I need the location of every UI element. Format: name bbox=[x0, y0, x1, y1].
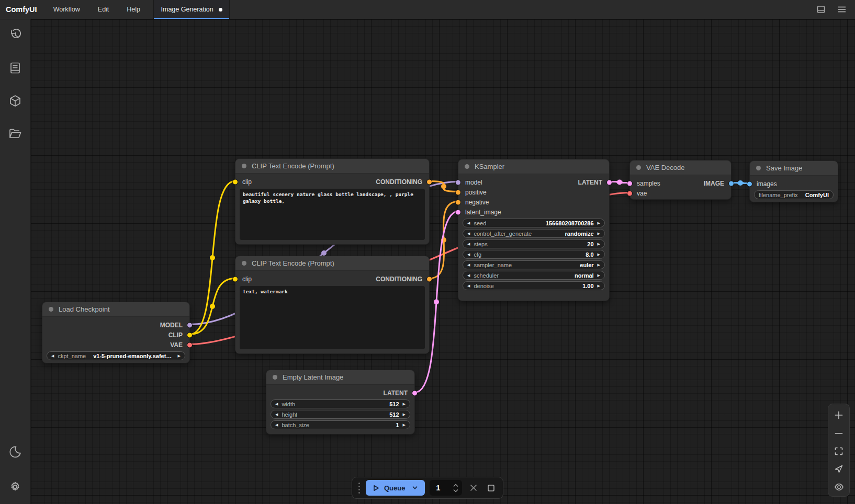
node-header[interactable]: CLIP Text Encode (Prompt) bbox=[235, 159, 429, 174]
node-header[interactable]: VAE Decode bbox=[630, 161, 731, 175]
node-header[interactable]: CLIP Text Encode (Prompt) bbox=[235, 256, 429, 271]
input-slot-positive[interactable] bbox=[456, 190, 460, 194]
widget-scheduler[interactable]: ◀schedulernormal▶ bbox=[463, 271, 605, 280]
tab-image-generation[interactable]: Image Generation bbox=[153, 0, 230, 19]
node-header[interactable]: KSampler bbox=[458, 159, 609, 174]
widget-width[interactable]: ◀width512▶ bbox=[271, 399, 410, 408]
node-save[interactable]: Save Imageimagesfilename_prefixComfyUI bbox=[749, 161, 838, 202]
widget-increment-icon[interactable]: ▶ bbox=[403, 402, 406, 406]
collapse-dot-icon[interactable] bbox=[756, 166, 761, 170]
toggle-link-visibility-icon[interactable] bbox=[830, 478, 848, 496]
collapse-dot-icon[interactable] bbox=[636, 165, 641, 170]
widget-ckpt_name[interactable]: ◀ckpt_namev1-5-pruned-emaonly.safete...▶ bbox=[47, 351, 185, 360]
node-clip1[interactable]: CLIP Text Encode (Prompt)clipCONDITIONIN… bbox=[235, 158, 430, 245]
output-slot-CLIP[interactable] bbox=[187, 333, 192, 337]
menu-workflow[interactable]: Workflow bbox=[44, 0, 89, 19]
node-clip2[interactable]: CLIP Text Encode (Prompt)clipCONDITIONIN… bbox=[235, 256, 430, 354]
node-header[interactable]: Empty Latent Image bbox=[266, 370, 414, 385]
node-canvas[interactable] bbox=[31, 19, 855, 504]
stop-icon[interactable] bbox=[485, 481, 498, 495]
widget-decrement-icon[interactable]: ◀ bbox=[275, 423, 278, 427]
output-slot-LATENT[interactable] bbox=[412, 391, 417, 395]
input-slot-latent_image[interactable] bbox=[456, 210, 460, 214]
menu-icon[interactable] bbox=[836, 4, 848, 15]
widget-increment-icon[interactable]: ▶ bbox=[598, 263, 600, 267]
input-slot-clip[interactable] bbox=[233, 277, 238, 281]
zoom-in-icon[interactable] bbox=[830, 406, 848, 424]
zoom-out-icon[interactable] bbox=[830, 424, 848, 442]
node-ksampler[interactable]: KSamplermodelLATENTpositivenegativelaten… bbox=[458, 159, 610, 301]
widget-decrement-icon[interactable]: ◀ bbox=[51, 354, 54, 358]
history-icon[interactable] bbox=[4, 25, 26, 45]
widget-cfg[interactable]: ◀cfg8.0▶ bbox=[463, 250, 605, 259]
widget-decrement-icon[interactable]: ◀ bbox=[467, 284, 470, 288]
node-library-icon[interactable] bbox=[4, 58, 26, 78]
widget-denoise[interactable]: ◀denoise1.00▶ bbox=[463, 281, 605, 290]
widget-seed[interactable]: ◀seed156680208700286▶ bbox=[463, 219, 605, 227]
output-slot-IMAGE[interactable] bbox=[729, 181, 734, 186]
collapse-dot-icon[interactable] bbox=[242, 261, 246, 266]
widget-increment-icon[interactable]: ▶ bbox=[598, 221, 600, 225]
clear-queue-icon[interactable] bbox=[467, 481, 480, 495]
widget-increment-icon[interactable]: ▶ bbox=[403, 423, 406, 427]
input-slot-model[interactable] bbox=[456, 180, 460, 185]
widget-sampler_name[interactable]: ◀sampler_nameeuler▶ bbox=[463, 260, 605, 269]
input-slot-vae[interactable] bbox=[627, 191, 632, 196]
node-ckpt[interactable]: Load CheckpointMODELCLIPVAE◀ckpt_namev1-… bbox=[42, 302, 190, 363]
settings-icon[interactable] bbox=[4, 476, 26, 497]
input-slot-clip[interactable] bbox=[233, 179, 238, 184]
widget-control_after_generate[interactable]: ◀control_after_generaterandomize▶ bbox=[463, 229, 605, 238]
widget-height[interactable]: ◀height512▶ bbox=[271, 410, 410, 419]
output-slot-CONDITIONING[interactable] bbox=[427, 277, 432, 281]
menu-help[interactable]: Help bbox=[118, 0, 149, 19]
input-slot-samples[interactable] bbox=[627, 181, 632, 186]
count-increment-icon[interactable] bbox=[453, 484, 459, 487]
count-decrement-icon[interactable] bbox=[453, 489, 459, 492]
node-header[interactable]: Load Checkpoint bbox=[42, 302, 189, 317]
prompt-textarea[interactable]: text, watermark bbox=[240, 286, 425, 349]
widget-decrement-icon[interactable]: ◀ bbox=[467, 273, 470, 277]
widget-increment-icon[interactable]: ▶ bbox=[598, 242, 600, 246]
collapse-dot-icon[interactable] bbox=[49, 307, 53, 312]
collapse-dot-icon[interactable] bbox=[273, 375, 277, 380]
widget-increment-icon[interactable]: ▶ bbox=[403, 413, 406, 416]
widget-value: 20 bbox=[587, 241, 593, 247]
collapse-dot-icon[interactable] bbox=[465, 164, 469, 169]
widget-decrement-icon[interactable]: ◀ bbox=[275, 402, 278, 406]
select-mode-icon[interactable] bbox=[830, 460, 848, 478]
widget-steps[interactable]: ◀steps20▶ bbox=[463, 239, 605, 248]
node-vaedecode[interactable]: VAE DecodesamplesIMAGEvae bbox=[629, 160, 732, 200]
widget-increment-icon[interactable]: ▶ bbox=[598, 253, 600, 256]
widget-decrement-icon[interactable]: ◀ bbox=[467, 253, 470, 256]
output-slot-CONDITIONING[interactable] bbox=[427, 179, 432, 184]
prompt-textarea[interactable]: beautiful scenery nature glass bottle la… bbox=[240, 189, 425, 240]
output-slot-VAE[interactable] bbox=[187, 342, 192, 347]
widget-increment-icon[interactable]: ▶ bbox=[598, 232, 600, 235]
menu-edit[interactable]: Edit bbox=[89, 0, 118, 19]
widget-increment-icon[interactable]: ▶ bbox=[178, 354, 181, 358]
node-latent[interactable]: Empty Latent ImageLATENT◀width512▶◀heigh… bbox=[266, 370, 415, 434]
theme-toggle-icon[interactable] bbox=[4, 441, 26, 462]
queue-button[interactable]: Queue bbox=[366, 480, 425, 496]
widget-decrement-icon[interactable]: ◀ bbox=[467, 232, 470, 235]
output-slot-LATENT[interactable] bbox=[607, 180, 612, 185]
fit-view-icon[interactable] bbox=[830, 442, 848, 460]
bottom-panel-icon[interactable] bbox=[815, 4, 827, 15]
widget-increment-icon[interactable]: ▶ bbox=[598, 273, 600, 277]
widget-decrement-icon[interactable]: ◀ bbox=[467, 242, 470, 246]
actionbar-drag-handle[interactable] bbox=[357, 483, 361, 494]
widget-filename_prefix[interactable]: filename_prefixComfyUI bbox=[754, 190, 834, 199]
model-library-icon[interactable] bbox=[4, 90, 26, 111]
widget-decrement-icon[interactable]: ◀ bbox=[275, 413, 278, 416]
workflows-icon[interactable] bbox=[4, 123, 26, 144]
widget-increment-icon[interactable]: ▶ bbox=[598, 284, 600, 288]
node-header[interactable]: Save Image bbox=[750, 161, 838, 176]
widget-batch_size[interactable]: ◀batch_size1▶ bbox=[271, 420, 410, 429]
batch-count-input[interactable]: 1 bbox=[430, 480, 462, 496]
input-slot-negative[interactable] bbox=[456, 200, 460, 204]
widget-decrement-icon[interactable]: ◀ bbox=[467, 221, 470, 225]
input-slot-images[interactable] bbox=[747, 181, 752, 186]
widget-decrement-icon[interactable]: ◀ bbox=[467, 263, 470, 267]
output-slot-MODEL[interactable] bbox=[187, 323, 192, 327]
collapse-dot-icon[interactable] bbox=[242, 164, 246, 168]
